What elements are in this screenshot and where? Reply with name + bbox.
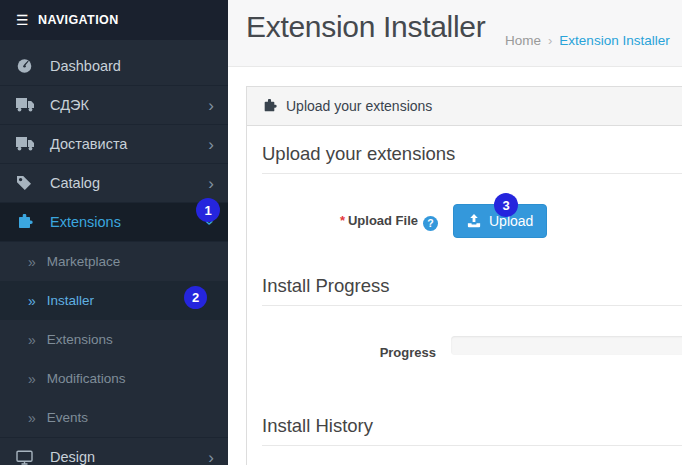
puzzle-icon — [262, 99, 277, 113]
sidebar-item-label: Catalog — [50, 175, 100, 191]
upload-icon — [467, 214, 481, 228]
monitor-icon — [16, 450, 38, 465]
sidebar-subitem-marketplace[interactable]: » Marketplace — [0, 242, 228, 281]
page-title: Extension Installer — [246, 10, 485, 44]
sidebar-subitem-label: Extensions — [47, 332, 113, 347]
sidebar-subitem-modifications[interactable]: » Modifications — [0, 359, 228, 398]
submenu-arrow-icon: » — [28, 371, 36, 387]
breadcrumb-home-link[interactable]: Home — [505, 33, 541, 48]
sidebar-subitem-label: Events — [47, 410, 88, 425]
dashboard-icon — [16, 57, 38, 74]
sidebar-item-dashboard[interactable]: Dashboard — [0, 46, 228, 85]
sidebar-menu: Dashboard СДЭК › Достависта › C — [0, 40, 228, 241]
main-content: Extension Installer Home›Extension Insta… — [228, 0, 682, 465]
puzzle-icon — [16, 214, 38, 230]
sidebar-subitem-extensions[interactable]: » Extensions — [0, 320, 228, 359]
progress-bar — [451, 336, 682, 355]
sidebar-item-sdek[interactable]: СДЭК › — [0, 85, 228, 124]
sidebar-item-label: Extensions — [50, 214, 121, 230]
sidebar-header-label: NAVIGATION — [38, 13, 119, 27]
panel-heading-label: Upload your extensions — [286, 98, 432, 114]
upload-panel: Upload your extensions Upload your exten… — [246, 86, 682, 465]
section-upload-title: Upload your extensions — [262, 143, 682, 174]
upload-button[interactable]: Upload 3 — [453, 204, 547, 238]
sidebar-item-extensions[interactable]: Extensions › — [0, 202, 228, 241]
upload-file-row: *Upload File? Upload 3 — [262, 204, 682, 238]
required-asterisk: * — [340, 213, 345, 228]
sidebar-item-label: Достависта — [50, 136, 127, 152]
extensions-submenu: » Marketplace » Installer » Extensions »… — [0, 241, 228, 437]
section-history-title: Install History — [262, 415, 682, 446]
submenu-arrow-icon: » — [28, 410, 36, 426]
upload-file-label: *Upload File? — [262, 204, 438, 238]
sidebar-item-label: СДЭК — [50, 97, 89, 113]
breadcrumb: Home›Extension Installer — [505, 33, 670, 48]
sidebar-subitem-label: Marketplace — [47, 254, 121, 269]
step-badge-2: 2 — [184, 286, 207, 309]
sidebar-item-dostavista[interactable]: Достависта › — [0, 124, 228, 163]
truck-icon — [16, 137, 38, 151]
chevron-right-icon: › — [208, 136, 214, 153]
tag-icon — [16, 175, 38, 191]
sidebar-subitem-label: Installer — [47, 293, 94, 308]
panel-heading: Upload your extensions — [247, 87, 682, 126]
section-progress-title: Install Progress — [262, 275, 682, 306]
hamburger-menu-icon[interactable]: ☰ — [16, 12, 29, 28]
chevron-right-icon: › — [208, 97, 214, 114]
sidebar-item-label: Design — [50, 449, 95, 465]
submenu-arrow-icon: » — [28, 332, 36, 348]
sidebar-item-design[interactable]: Design › — [0, 437, 228, 465]
page-header: Extension Installer Home›Extension Insta… — [228, 0, 682, 67]
progress-control — [451, 336, 682, 360]
chevron-right-icon: › — [208, 449, 214, 465]
help-icon[interactable]: ? — [423, 216, 438, 231]
progress-row: Progress — [262, 336, 682, 360]
chevron-right-icon: › — [208, 175, 214, 192]
extension-installer-page: ☰ NAVIGATION Dashboard СДЭК › — [0, 0, 682, 465]
upload-control: Upload 3 — [453, 204, 547, 238]
sidebar-subitem-label: Modifications — [47, 371, 126, 386]
sidebar-item-catalog[interactable]: Catalog › — [0, 163, 228, 202]
progress-label: Progress — [262, 336, 436, 360]
sidebar-header: ☰ NAVIGATION — [0, 0, 228, 40]
breadcrumb-separator-icon: › — [548, 33, 552, 48]
breadcrumb-current-link[interactable]: Extension Installer — [559, 33, 669, 48]
sidebar-subitem-events[interactable]: » Events — [0, 398, 228, 437]
sidebar-item-label: Dashboard — [50, 58, 121, 74]
panel-body: Upload your extensions *Upload File? Upl… — [247, 126, 682, 465]
sidebar-menu-bottom: Design › — [0, 437, 228, 465]
submenu-arrow-icon: » — [28, 293, 36, 309]
submenu-arrow-icon: » — [28, 254, 36, 270]
sidebar: ☰ NAVIGATION Dashboard СДЭК › — [0, 0, 228, 465]
truck-icon — [16, 98, 38, 112]
step-badge-3: 3 — [494, 193, 518, 217]
step-badge-1: 1 — [196, 198, 220, 222]
content-area: Upload your extensions Upload your exten… — [228, 67, 682, 465]
